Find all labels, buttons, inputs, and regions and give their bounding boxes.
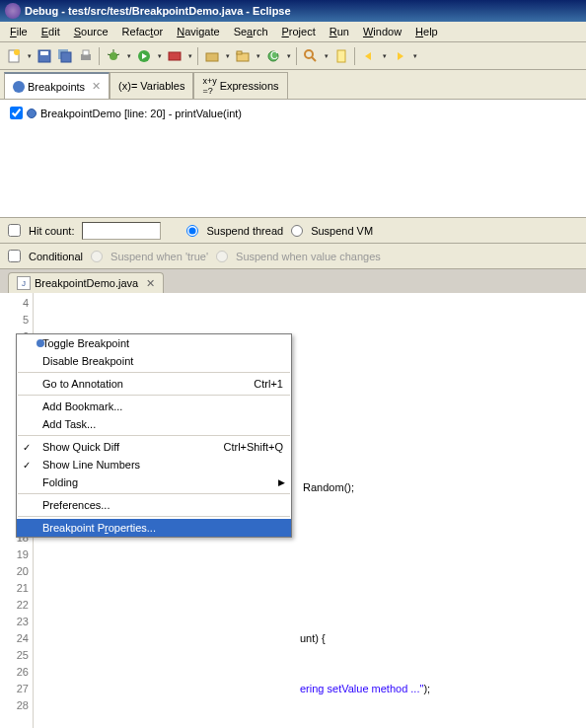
- run-icon[interactable]: [134, 46, 154, 66]
- search-dropdown[interactable]: ▾: [322, 52, 330, 60]
- menu-navigate[interactable]: Navigate: [171, 24, 225, 39]
- menu-project[interactable]: Project: [276, 24, 322, 39]
- search-icon[interactable]: [301, 46, 321, 66]
- debug-dropdown[interactable]: ▾: [124, 52, 133, 60]
- suspend-true-radio: [91, 251, 103, 262]
- editor-tab[interactable]: J BreakpointDemo.java ✕: [8, 272, 164, 293]
- editor-tab-close-icon[interactable]: ✕: [146, 277, 155, 290]
- suspend-vm-label: Suspend VM: [311, 225, 373, 237]
- suspend-true-label: Suspend when 'true': [110, 251, 208, 262]
- save-icon[interactable]: [35, 46, 54, 66]
- variables-icon: (x)=: [118, 80, 137, 92]
- conditional-checkbox[interactable]: [8, 250, 21, 262]
- tab-expressions-label: Expressions: [220, 80, 279, 92]
- svg-point-1: [14, 49, 20, 55]
- menu-run[interactable]: Run: [324, 24, 355, 39]
- np-dropdown[interactable]: ▾: [223, 52, 232, 60]
- new-icon[interactable]: [4, 46, 24, 66]
- ctx-show-quickdiff[interactable]: ✓Show Quick DiffCtrl+Shift+Q: [17, 438, 291, 456]
- new-folder-icon[interactable]: [233, 46, 253, 66]
- svg-marker-24: [398, 52, 403, 60]
- expressions-icon: x+y=?: [202, 76, 216, 96]
- tab-expressions[interactable]: x+y=? Expressions: [193, 72, 287, 99]
- svg-point-20: [305, 50, 313, 58]
- menu-window[interactable]: Window: [357, 24, 407, 39]
- hit-count-checkbox[interactable]: [8, 224, 21, 237]
- menu-source[interactable]: Source: [68, 24, 114, 39]
- menu-refactor[interactable]: Refactor: [116, 24, 170, 39]
- back-icon[interactable]: [359, 46, 379, 66]
- tab-variables[interactable]: (x)= Variables: [110, 72, 193, 99]
- svg-rect-17: [237, 51, 242, 54]
- toolbar: ▾ ▾ ▾ ▾ ▾ ▾ C▾ ▾ ▾ ▾: [0, 42, 586, 70]
- debug-icon[interactable]: [104, 46, 123, 66]
- breakpoints-view: BreakpointDemo [line: 20] - printValue(i…: [0, 100, 586, 218]
- back-dd[interactable]: ▾: [380, 52, 389, 60]
- svg-rect-14: [169, 52, 181, 60]
- menu-search[interactable]: Search: [228, 24, 274, 39]
- svg-rect-7: [83, 50, 89, 55]
- svg-point-8: [110, 52, 117, 60]
- nc-dropdown[interactable]: ▾: [284, 52, 293, 60]
- tab-breakpoints[interactable]: Breakpoints ✕: [4, 72, 110, 99]
- check-icon: ✓: [23, 442, 31, 453]
- breakpoint-label: BreakpointDemo [line: 20] - printValue(i…: [40, 108, 242, 119]
- breakpoint-icon: [13, 81, 25, 93]
- breakpoint-checkbox[interactable]: [10, 107, 23, 119]
- ctx-add-task[interactable]: Add Task...: [17, 415, 291, 433]
- tab-close-icon[interactable]: ✕: [92, 80, 101, 93]
- nf-dropdown[interactable]: ▾: [254, 52, 262, 60]
- window-title: Debug - test/src/test/BreakpointDemo.jav…: [25, 5, 291, 17]
- external-icon[interactable]: [165, 46, 184, 66]
- conditional-label: Conditional: [29, 251, 83, 262]
- suspend-changes-radio: [216, 251, 228, 262]
- ctx-disable-breakpoint[interactable]: Disable Breakpoint: [17, 352, 291, 370]
- tab-breakpoints-label: Breakpoints: [28, 81, 85, 93]
- menu-file[interactable]: File: [4, 24, 34, 39]
- ctx-preferences[interactable]: Preferences...: [17, 496, 291, 514]
- new-dropdown[interactable]: ▾: [25, 52, 34, 60]
- menu-help[interactable]: Help: [409, 24, 444, 39]
- svg-rect-15: [206, 53, 218, 61]
- menu-edit[interactable]: Edit: [36, 24, 66, 39]
- hit-count-input[interactable]: [82, 222, 161, 240]
- suspend-changes-label: Suspend when value changes: [236, 251, 381, 262]
- editor-tab-label: BreakpointDemo.java: [35, 277, 138, 289]
- ctx-show-line-numbers[interactable]: ✓Show Line Numbers: [17, 456, 291, 473]
- ctx-toggle-breakpoint[interactable]: Toggle Breakpoint: [17, 334, 291, 352]
- svg-text:C: C: [270, 49, 278, 61]
- suspend-vm-radio[interactable]: [291, 225, 303, 237]
- editor-tabs: J BreakpointDemo.java ✕: [0, 269, 586, 293]
- ctx-goto-annotation[interactable]: Go to AnnotationCtrl+1: [17, 375, 291, 393]
- svg-rect-5: [61, 52, 71, 62]
- tab-variables-label: Variables: [140, 80, 184, 92]
- save-all-icon[interactable]: [55, 46, 75, 66]
- eclipse-icon: [5, 3, 21, 19]
- hit-count-row: Hit count: Suspend thread Suspend VM: [0, 218, 586, 244]
- new-package-icon[interactable]: [202, 46, 222, 66]
- print-icon[interactable]: [76, 46, 96, 66]
- breakpoint-dot-icon: [37, 339, 44, 347]
- suspend-thread-radio[interactable]: [186, 225, 198, 237]
- ctx-folding[interactable]: Folding▶: [17, 473, 291, 491]
- breakpoint-item[interactable]: BreakpointDemo [line: 20] - printValue(i…: [8, 105, 578, 121]
- forward-icon[interactable]: [390, 46, 409, 66]
- run-dropdown[interactable]: ▾: [155, 52, 164, 60]
- conditional-row: Conditional Suspend when 'true' Suspend …: [0, 244, 586, 269]
- submenu-arrow-icon: ▶: [278, 477, 285, 487]
- svg-rect-22: [337, 50, 345, 62]
- context-menu: Toggle Breakpoint Disable Breakpoint Go …: [16, 333, 292, 538]
- fwd-dd[interactable]: ▾: [410, 52, 419, 60]
- titlebar: Debug - test/src/test/BreakpointDemo.jav…: [0, 0, 586, 22]
- suspend-thread-label: Suspend thread: [206, 225, 283, 237]
- svg-line-21: [312, 57, 316, 61]
- hit-count-label: Hit count:: [29, 225, 74, 237]
- breakpoint-dot-icon: [27, 109, 37, 118]
- annotation-icon[interactable]: [331, 46, 351, 66]
- svg-rect-3: [40, 51, 48, 55]
- ctx-add-bookmark[interactable]: Add Bookmark...: [17, 398, 291, 415]
- java-file-icon: J: [17, 276, 31, 290]
- external-dropdown[interactable]: ▾: [185, 52, 194, 60]
- ctx-breakpoint-properties[interactable]: Breakpoint Properties...: [17, 519, 291, 537]
- new-class-icon[interactable]: C: [263, 46, 283, 66]
